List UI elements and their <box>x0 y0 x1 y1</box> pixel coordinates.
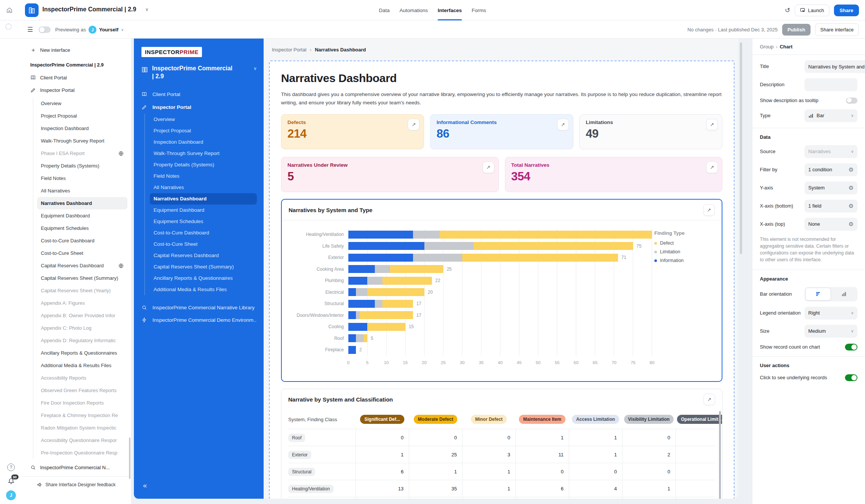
click-records-toggle[interactable] <box>845 374 857 381</box>
sidebar-item-narrative-library[interactable]: InspectorPrime Commercial N... <box>27 461 127 474</box>
menu-icon[interactable]: ☰ <box>27 26 33 34</box>
help-icon[interactable]: ? <box>7 464 15 471</box>
home-icon[interactable] <box>6 7 13 14</box>
chart-card-narratives-by-system-and-type[interactable]: Narratives by System and Type ↗ Heating/… <box>281 199 722 382</box>
portal-link-microscope[interactable]: InspectorPrime Commercial Narrative Libr… <box>141 301 257 314</box>
sidebar-page-capital-reserves-sheet-yearly-[interactable]: Capital Reserves Sheet (Yearly) <box>37 284 127 297</box>
bar-segment-information[interactable] <box>348 346 356 354</box>
portal-page-field-notes[interactable]: Field Notes <box>150 171 257 182</box>
stacked-bar[interactable] <box>348 265 443 273</box>
stacked-bar[interactable] <box>348 334 367 342</box>
gear-icon[interactable]: ⚙ <box>849 166 854 173</box>
sidebar-page-equipment-schedules[interactable]: Equipment Schedules <box>37 222 127 234</box>
sidebar-page-appendix-a-figures[interactable]: Appendix A: Figures <box>37 297 127 309</box>
portal-page-project-proposal[interactable]: Project Proposal <box>150 125 257 136</box>
size-select[interactable]: Medium∨ <box>804 325 857 338</box>
bar-segment-defect[interactable] <box>382 300 413 308</box>
sidebar-page-project-proposal[interactable]: Project Proposal <box>37 110 127 122</box>
chevron-down-icon[interactable]: ∨ <box>121 28 124 32</box>
stacked-bar[interactable] <box>348 242 633 250</box>
filter-setting[interactable]: 1 condition⚙ <box>804 163 857 176</box>
bar-segment-limitation[interactable] <box>367 277 382 285</box>
sidebar-page-pre-inspection-questionnaire-resp[interactable]: Pre-Inspection Questionnaire Resp <box>37 447 127 459</box>
portal-page-inspection-dashboard[interactable]: Inspection Dashboard <box>150 136 257 148</box>
record-count-toggle[interactable] <box>845 344 857 350</box>
bar-segment-information[interactable] <box>348 288 356 296</box>
scrollbar[interactable] <box>719 411 721 499</box>
gear-icon[interactable]: ⚙ <box>849 221 854 228</box>
sidebar-page-appendix-d-regulatory-informatic[interactable]: Appendix D: Regulatory Informatic <box>37 334 127 347</box>
vertical-bars-option[interactable] <box>831 288 857 301</box>
bar-segment-defect[interactable] <box>390 265 443 273</box>
scrollbar[interactable] <box>129 437 130 479</box>
sidebar-page-inspection-dashboard[interactable]: Inspection Dashboard <box>37 122 127 135</box>
sidebar-page-radon-mitigation-system-inspectic[interactable]: Radon Mitigation System Inspectic <box>37 422 127 434</box>
inspector-breadcrumb-group[interactable]: Group <box>760 44 773 50</box>
preview-toggle[interactable] <box>39 26 51 33</box>
chevron-down-icon[interactable]: ∨ <box>253 66 257 71</box>
stacked-bar[interactable] <box>348 254 618 262</box>
bar-segment-limitation[interactable] <box>413 231 439 239</box>
bar-segment-limitation[interactable] <box>413 254 462 262</box>
collapse-sidebar-button[interactable]: « <box>143 481 147 490</box>
bar-segment-defect[interactable] <box>382 277 432 285</box>
portal-page-cost-to-cure-sheet[interactable]: Cost-to-Cure Sheet <box>150 239 257 250</box>
sidebar-page-appendix-b-owner-provided-infor[interactable]: Appendix B: Owner Provided Infor <box>37 309 127 322</box>
expand-icon[interactable]: ↗ <box>483 161 494 173</box>
portal-item-inspector-portal[interactable]: Inspector Portal <box>141 101 257 114</box>
sidebar-page-accessibility-reports[interactable]: Accessibility Reports <box>37 372 127 384</box>
stacked-bar[interactable] <box>348 277 432 285</box>
sidebar-item-client-portal[interactable]: Client Portal <box>27 71 127 84</box>
portal-page-property-details-systems-[interactable]: Property Details (Systems) <box>150 159 257 171</box>
table-row[interactable] <box>288 497 715 499</box>
bar-segment-limitation[interactable] <box>356 288 367 296</box>
sidebar-page-phase-i-esa-report[interactable]: Phase I ESA Report <box>37 147 127 160</box>
sidebar-page-property-details-systems-[interactable]: Property Details (Systems) <box>37 160 127 172</box>
stacked-bar[interactable] <box>348 323 405 331</box>
portal-page-cost-to-cure-dashboard[interactable]: Cost-to-Cure Dashboard <box>150 227 257 239</box>
sidebar-page-additional-media-results-files[interactable]: Additional Media & Results Files <box>37 359 127 372</box>
expand-icon[interactable]: ↗ <box>706 119 718 130</box>
sidebar-page-cost-to-cure-dashboard[interactable]: Cost-to-Cure Dashboard <box>37 234 127 247</box>
share-button[interactable]: Share <box>834 5 859 16</box>
bar-segment-limitation[interactable] <box>375 265 390 273</box>
previewing-user[interactable]: Yourself <box>99 27 118 33</box>
stacked-bar[interactable] <box>348 311 413 319</box>
notifications-bell-icon[interactable]: 90 <box>8 477 15 484</box>
bar-segment-defect[interactable] <box>363 334 367 342</box>
expand-icon[interactable]: ↗ <box>557 119 569 130</box>
portal-page-equipment-dashboard[interactable]: Equipment Dashboard <box>150 205 257 216</box>
table-row[interactable]: Structural611000 <box>288 463 715 480</box>
app-logo-icon[interactable] <box>25 3 39 17</box>
gear-icon[interactable]: ⚙ <box>849 185 854 191</box>
sidebar-page-field-notes[interactable]: Field Notes <box>37 172 127 185</box>
portal-page-capital-reserves-sheet-summary-[interactable]: Capital Reserves Sheet (Summary) <box>150 261 257 273</box>
portal-item-client-portal[interactable]: Client Portal <box>141 88 257 101</box>
new-interface-button[interactable]: + New interface <box>27 44 127 56</box>
bar-segment-limitation[interactable] <box>356 334 363 342</box>
table-card-narrative-by-system-and-classification[interactable]: Narrative by System and Classification ↗… <box>281 389 722 499</box>
bar-segment-information[interactable] <box>348 311 356 319</box>
portal-page-equipment-schedules[interactable]: Equipment Schedules <box>150 216 257 227</box>
stacked-bar[interactable] <box>348 346 356 354</box>
expand-icon[interactable]: ↗ <box>706 161 718 173</box>
bar-segment-defect[interactable] <box>462 254 618 262</box>
sidebar-item-inspector-portal[interactable]: Inspector Portal <box>27 84 127 96</box>
metric-card-total-narratives[interactable]: Total Narratives354↗ <box>505 157 723 192</box>
table-row[interactable]: Exterior12531112 <box>288 446 715 463</box>
launch-button[interactable]: Launch <box>795 5 829 16</box>
bar-segment-information[interactable] <box>348 323 367 331</box>
sidebar-page-appendix-c-photo-log[interactable]: Appendix C: Photo Log <box>37 322 127 334</box>
source-select[interactable]: Narratives∨ <box>804 145 857 158</box>
bar-segment-defect[interactable] <box>439 231 652 239</box>
stacked-bar[interactable] <box>348 231 652 239</box>
breadcrumb-parent[interactable]: Inspector Portal <box>272 47 306 53</box>
portal-page-overview[interactable]: Overview <box>150 114 257 125</box>
bar-segment-information[interactable] <box>348 300 375 308</box>
bar-segment-defect[interactable] <box>360 311 413 319</box>
sidebar-page-all-narratives[interactable]: All Narratives <box>37 185 127 197</box>
legend-orientation-select[interactable]: Right∨ <box>804 307 857 319</box>
gear-icon[interactable]: ⚙ <box>849 203 854 209</box>
portal-page-ancillary-reports-questionnaires[interactable]: Ancillary Reports & Questionnaires <box>150 273 257 284</box>
portal-page-all-narratives[interactable]: All Narratives <box>150 182 257 193</box>
